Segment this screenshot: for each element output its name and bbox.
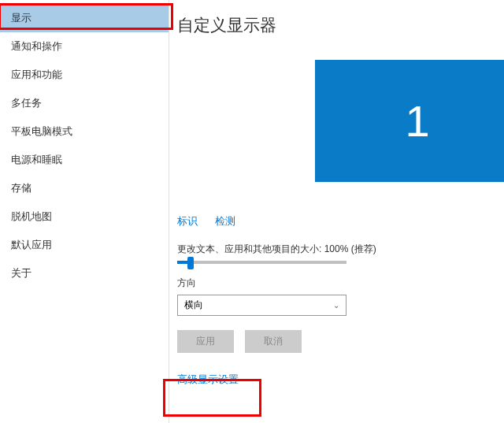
sidebar-item-notifications[interactable]: 通知和操作	[0, 32, 169, 61]
sidebar-item-power[interactable]: 电源和睡眠	[0, 146, 169, 174]
detect-link[interactable]: 检测	[215, 215, 235, 227]
sidebar-item-tablet[interactable]: 平板电脑模式	[0, 117, 169, 146]
sidebar-item-storage[interactable]: 存储	[0, 174, 169, 202]
sidebar-item-label: 关于	[11, 267, 32, 279]
orientation-section: 方向 横向 ⌄	[177, 276, 496, 316]
sidebar-item-label: 默认应用	[11, 239, 52, 250]
page-title: 自定义显示器	[177, 14, 496, 36]
sidebar-item-offline-maps[interactable]: 脱机地图	[0, 202, 169, 231]
sidebar-item-label: 通知和操作	[11, 40, 62, 52]
slider-thumb[interactable]	[187, 257, 194, 269]
identify-link[interactable]: 标识	[177, 215, 198, 227]
orientation-value: 横向	[184, 299, 203, 312]
orientation-label: 方向	[177, 276, 496, 290]
monitor-number: 1	[405, 95, 429, 147]
monitor-preview-1[interactable]: 1	[315, 60, 504, 182]
sidebar-item-label: 平板电脑模式	[11, 125, 72, 137]
advanced-display-link[interactable]: 高级显示设置	[177, 373, 239, 387]
sidebar-item-label: 应用和功能	[11, 69, 62, 80]
sidebar-item-default-apps[interactable]: 默认应用	[0, 231, 169, 259]
scaling-section: 更改文本、应用和其他项目的大小: 100% (推荐)	[177, 243, 496, 264]
display-actions: 标识 检测	[177, 213, 496, 228]
orientation-select[interactable]: 横向 ⌄	[177, 295, 346, 316]
sidebar-item-apps[interactable]: 应用和功能	[0, 61, 169, 89]
scaling-slider[interactable]	[177, 261, 346, 264]
action-buttons: 应用 取消	[177, 330, 496, 353]
sidebar-item-label: 存储	[11, 182, 32, 194]
settings-sidebar: 显示 通知和操作 应用和功能 多任务 平板电脑模式 电源和睡眠 存储 脱机地图 …	[0, 0, 169, 423]
sidebar-item-display[interactable]: 显示	[0, 4, 169, 32]
main-content: 自定义显示器 1 标识 检测 更改文本、应用和其他项目的大小: 100% (推荐…	[169, 0, 504, 423]
sidebar-item-label: 显示	[11, 12, 32, 24]
apply-button[interactable]: 应用	[177, 330, 234, 353]
sidebar-item-about[interactable]: 关于	[0, 259, 169, 288]
sidebar-item-label: 多任务	[11, 97, 42, 109]
scaling-label: 更改文本、应用和其他项目的大小: 100% (推荐)	[177, 243, 496, 256]
cancel-button[interactable]: 取消	[245, 330, 302, 353]
sidebar-item-label: 电源和睡眠	[11, 154, 62, 165]
chevron-down-icon: ⌄	[333, 301, 339, 310]
sidebar-item-multitask[interactable]: 多任务	[0, 89, 169, 117]
sidebar-item-label: 脱机地图	[11, 210, 52, 222]
